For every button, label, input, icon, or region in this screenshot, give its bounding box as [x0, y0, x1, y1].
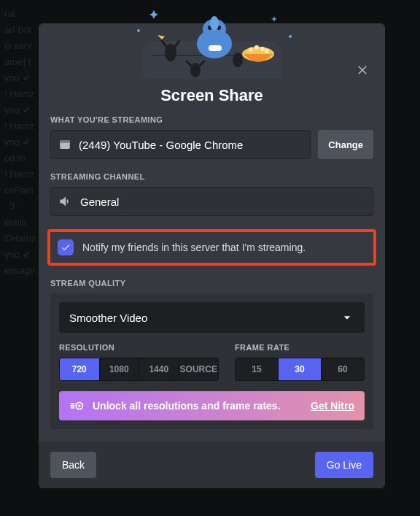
framerate-segment: 153060: [235, 358, 365, 381]
notify-friends-checkbox[interactable]: [58, 239, 74, 255]
change-button[interactable]: Change: [318, 130, 373, 159]
back-button[interactable]: Back: [50, 452, 96, 478]
notify-friends-row-highlight: Notify my friends in this server that I'…: [47, 229, 376, 266]
nitro-upsell: Unlock all resolutions and frame rates. …: [59, 391, 365, 420]
framerate-option-30[interactable]: 30: [279, 358, 322, 380]
svg-point-1: [249, 47, 253, 52]
resolution-option-720[interactable]: 720: [60, 358, 100, 380]
svg-rect-21: [60, 140, 70, 143]
framerate-label: FRAME RATE: [235, 343, 365, 352]
resolution-option-source[interactable]: SOURCE: [179, 358, 219, 380]
streaming-source-label: WHAT YOU'RE STREAMING: [50, 115, 373, 124]
resolution-segment: 72010801440SOURCE: [59, 358, 219, 381]
resolution-option-1080[interactable]: 1080: [100, 358, 140, 380]
modal-hero: [39, 23, 385, 83]
svg-rect-10: [209, 45, 222, 51]
resolution-option-1440[interactable]: 1440: [139, 358, 179, 380]
svg-point-2: [254, 45, 259, 50]
svg-point-23: [78, 404, 81, 407]
close-icon: [356, 63, 369, 76]
screen-share-modal: Screen Share WHAT YOU'RE STREAMING (2449…: [39, 23, 385, 488]
modal-footer: Back Go Live: [39, 442, 385, 488]
framerate-option-60[interactable]: 60: [322, 358, 364, 380]
check-icon: [61, 242, 71, 253]
svg-point-19: [289, 35, 292, 38]
get-nitro-link[interactable]: Get Nitro: [311, 400, 354, 412]
streaming-channel-select[interactable]: General: [50, 187, 373, 216]
svg-point-17: [233, 53, 243, 67]
nitro-icon: [69, 398, 85, 414]
stream-quality-panel: Smoother Video RESOLUTION 72010801440SOU…: [50, 293, 373, 429]
streaming-channel-label: STREAMING CHANNEL: [50, 172, 373, 181]
window-icon: [58, 138, 71, 151]
svg-point-3: [260, 47, 265, 51]
svg-point-18: [137, 29, 140, 32]
streaming-channel-value: General: [80, 196, 119, 208]
framerate-option-15[interactable]: 15: [236, 358, 279, 380]
svg-point-4: [265, 49, 269, 53]
notify-friends-label: Notify my friends in this server that I'…: [82, 242, 306, 253]
quality-preset-value: Smoother Video: [69, 312, 147, 324]
svg-point-9: [210, 16, 219, 31]
nitro-text: Unlock all resolutions and frame rates.: [93, 400, 281, 412]
go-live-button[interactable]: Go Live: [315, 452, 373, 478]
close-button[interactable]: [353, 60, 372, 79]
stream-quality-label: STREAM QUALITY: [50, 279, 373, 288]
speaker-icon: [58, 194, 73, 209]
streaming-source-field: (2449) YouTube - Google Chrome: [50, 130, 311, 159]
modal-title: Screen Share: [39, 86, 385, 105]
quality-preset-select[interactable]: Smoother Video: [59, 302, 365, 333]
hero-illustration: [128, 3, 296, 83]
streaming-source-value: (2449) YouTube - Google Chrome: [79, 139, 243, 151]
resolution-label: RESOLUTION: [59, 343, 219, 352]
chevron-down-icon: [340, 310, 354, 325]
